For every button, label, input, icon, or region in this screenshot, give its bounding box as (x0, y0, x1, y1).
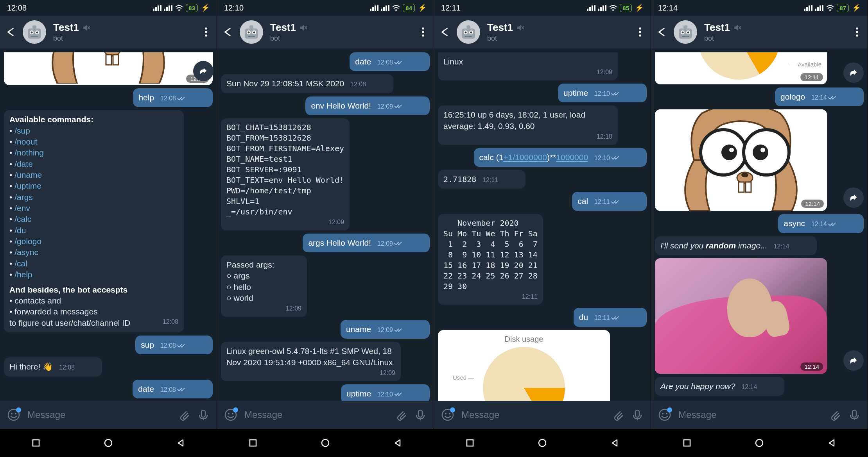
image-message[interactable]: 12:14 (655, 258, 827, 374)
received-message[interactable]: 2.71828 12:11 (438, 170, 525, 189)
back-icon[interactable] (222, 27, 233, 37)
sent-message[interactable]: help 12:08 (133, 88, 213, 107)
read-checks-icon (612, 91, 619, 96)
received-message[interactable]: 16:25:10 up 6 days, 18:02, 1 user, load … (438, 105, 618, 145)
forward-button[interactable] (843, 350, 864, 371)
mic-icon[interactable] (848, 409, 861, 421)
received-message[interactable]: Passed args: ○ args ○ hello ○ world 12:0… (221, 255, 307, 317)
screen-3: 12:11 85 ⚡ Test1 bot Linux 12:09 uptime … (434, 0, 651, 457)
mic-icon[interactable] (197, 409, 210, 421)
back-icon[interactable] (656, 27, 667, 37)
nav-home-icon[interactable] (320, 437, 331, 448)
read-checks-icon (395, 241, 402, 246)
sent-message[interactable]: sup 12:08 (135, 336, 213, 354)
message-input[interactable]: Message (244, 409, 387, 420)
received-message[interactable]: Are you happy now? 12:14 (655, 377, 784, 396)
signal-icon (164, 5, 172, 11)
received-message[interactable]: BOT_CHAT=153812628 BOT_FROM=153812628 BO… (221, 118, 350, 230)
chat-body[interactable]: — Available 12:11 gologo 12:14 12:14 asy… (651, 48, 868, 401)
mic-icon[interactable] (631, 409, 644, 421)
charging-icon: ⚡ (418, 4, 427, 12)
back-icon[interactable] (5, 27, 16, 37)
emoji-button[interactable] (658, 408, 671, 421)
chat-title-block[interactable]: Test1 bot (704, 21, 845, 43)
sent-message[interactable]: args Hello World! 12:09 (303, 234, 430, 252)
sent-message[interactable]: calc (1+1/1000000)**1000000 12:10 (474, 148, 647, 167)
nav-back-icon[interactable] (826, 437, 837, 448)
received-message[interactable]: Linux green-owl 5.4.78-1-lts #1 SMP Wed,… (221, 342, 401, 381)
attach-icon[interactable] (829, 409, 841, 421)
forward-button[interactable] (843, 62, 864, 83)
avatar[interactable] (674, 20, 697, 44)
sent-message[interactable]: du 12:11 (574, 308, 647, 327)
chat-body[interactable]: Linux 12:09 uptime 12:10 16:25:10 up 6 d… (434, 48, 651, 401)
avatar[interactable] (23, 20, 46, 44)
nav-recent-icon[interactable] (464, 437, 475, 448)
notification-dot (450, 407, 455, 412)
chat-title-block[interactable]: Test1 bot (270, 21, 411, 43)
more-icon[interactable] (852, 27, 862, 37)
chat-title-block[interactable]: Test1 bot (53, 21, 194, 43)
charging-icon: ⚡ (635, 4, 644, 12)
received-message[interactable]: I'll send you random image... 12:14 (655, 236, 817, 255)
sent-message[interactable]: cal 12:11 (572, 192, 647, 211)
disk-usage-chart[interactable]: Disk usage Used — — Available 12:11 (438, 330, 610, 401)
attach-icon[interactable] (178, 409, 190, 421)
chat-title-block[interactable]: Test1 bot (487, 21, 628, 43)
message-time: 12:10 (594, 89, 610, 98)
nav-back-icon[interactable] (609, 437, 620, 448)
more-icon[interactable] (635, 27, 645, 37)
sent-message[interactable]: uptime 12:10 (341, 384, 430, 401)
image-message[interactable]: 12:14 (655, 109, 827, 211)
nav-back-icon[interactable] (175, 437, 186, 448)
commands-list: /sup /noout /nothing /date /uname /uptim… (9, 125, 178, 280)
received-message[interactable]: Sun Nov 29 12:08:51 MSK 2020 12:08 (221, 74, 393, 93)
read-checks-icon (178, 343, 185, 348)
sent-message[interactable]: uptime 12:10 (558, 84, 647, 102)
message-input[interactable]: Message (678, 409, 821, 420)
mic-icon[interactable] (414, 409, 427, 421)
read-checks-icon (612, 199, 619, 205)
avatar[interactable] (457, 20, 480, 44)
sent-message[interactable]: async 12:14 (778, 214, 864, 233)
signal-icon (598, 5, 606, 11)
message-input[interactable]: Message (27, 409, 170, 420)
chat-body[interactable]: date 12:08 Sun Nov 29 12:08:51 MSK 2020 … (217, 48, 434, 401)
more-icon[interactable] (418, 27, 428, 37)
emoji-button[interactable] (7, 408, 20, 421)
avatar[interactable] (240, 20, 263, 44)
nav-back-icon[interactable] (392, 437, 403, 448)
sent-message[interactable]: env Hello World! 12:09 (305, 96, 430, 115)
nav-recent-icon[interactable] (247, 437, 258, 448)
back-icon[interactable] (439, 27, 450, 37)
attach-icon[interactable] (395, 409, 407, 421)
sent-message[interactable]: date 12:08 (350, 52, 430, 71)
sent-message[interactable]: date 12:08 (133, 380, 213, 398)
read-checks-icon (395, 104, 402, 109)
nav-home-icon[interactable] (754, 437, 765, 448)
sent-message[interactable]: uname 12:09 (341, 320, 430, 339)
sent-message[interactable]: gologo 12:14 (775, 87, 864, 106)
received-message[interactable]: Hi there! 👋 12:08 (4, 357, 102, 376)
nav-home-icon[interactable] (537, 437, 548, 448)
received-message[interactable]: November 2020 Su Mo Tu We Th Fr Sa 1 2 3… (438, 214, 543, 305)
nav-recent-icon[interactable] (681, 437, 692, 448)
nav-home-icon[interactable] (103, 437, 114, 448)
message-time: 12:09 (377, 326, 393, 334)
disk-usage-chart[interactable]: — Available 12:11 (655, 52, 827, 84)
notification-dot (233, 407, 238, 412)
received-message[interactable]: Linux 12:09 (438, 52, 618, 80)
forward-button[interactable] (193, 61, 213, 81)
image-message[interactable]: 12:08 (4, 52, 213, 85)
message-input[interactable]: Message (461, 409, 604, 420)
chat-body[interactable]: 12:08 help 12:08 Available commands: /su… (0, 48, 217, 401)
received-message[interactable]: Available commands: /sup /noout /nothing… (4, 110, 184, 332)
more-icon[interactable] (201, 27, 211, 37)
commands-title: Available commands: (9, 114, 178, 125)
chart-title: Disk usage (444, 335, 604, 344)
emoji-button[interactable] (441, 408, 454, 421)
nav-recent-icon[interactable] (30, 437, 41, 448)
emoji-button[interactable] (224, 408, 237, 421)
attach-icon[interactable] (612, 409, 624, 421)
forward-button[interactable] (843, 187, 864, 208)
